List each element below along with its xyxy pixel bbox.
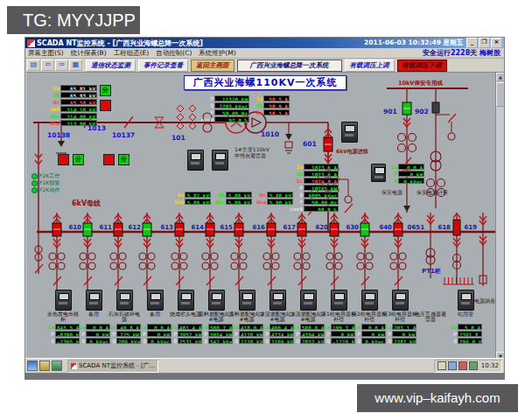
readout-label: Q (138, 338, 146, 344)
close-button[interactable]: × (491, 38, 502, 48)
bay-name: 烧成窑头电源 (168, 312, 203, 317)
toolbar-button-3[interactable]: 广西兴业海螺总降一次系统 (237, 60, 342, 72)
breaker-617[interactable] (298, 223, 306, 236)
restore-button[interactable]: ❐ (479, 38, 490, 48)
breaker-902[interactable] (432, 102, 439, 113)
closed-indicator[interactable] (100, 100, 111, 111)
tray-antivirus-icon[interactable] (458, 361, 467, 370)
toolbar-button-2[interactable]: 返回主画面 (191, 60, 234, 72)
menu-item-3[interactable]: 自动控制(C) (156, 49, 192, 58)
diagram-canvas: 广西兴业海螺110KV一次系统 Ua65.81 kVUb65.93 kVUc65… (26, 72, 504, 360)
readout-row: Q209 kVar (108, 338, 141, 344)
readout-value: 5.88 kV (267, 192, 293, 198)
toolbar: ▤ ⇦ ⇨ ▦ 通信状态监测事件记录查看返回主画面广西兴业海螺总降一次系统有载调… (25, 59, 504, 72)
bay-name: 第1组电容器柜补偿 (321, 312, 356, 322)
readout-label: P (77, 331, 85, 337)
screen-bottom-shadow (24, 374, 505, 380)
guard-src-label: 保安电源 (382, 189, 402, 197)
toolbar-button-4[interactable]: 有载调压上调 (345, 60, 395, 72)
readout-row: Ia508.0 A (291, 324, 325, 330)
breaker-612[interactable] (143, 223, 151, 236)
readout-label: Ua (46, 85, 60, 91)
readout-value: 2531 kVar (178, 338, 202, 344)
open-indicator[interactable]: 分 (118, 154, 130, 165)
menu-item-1[interactable]: 统计报表(B) (71, 49, 107, 58)
bay-metering: Ia0.0 AP0 kWQ0 kVar (77, 324, 110, 345)
vertical-scrollbar[interactable]: ▲ ▼ (495, 73, 504, 360)
quicklaunch-icon-3[interactable] (52, 360, 62, 371)
readout-row: Ia401.4 A (169, 324, 202, 330)
readout-label: Ia (230, 324, 238, 330)
readout-label: P (198, 95, 214, 102)
readout-row: Ia0.0 A (138, 324, 172, 330)
menu-item-4[interactable]: 系统维护(M) (199, 49, 235, 58)
readout-value: -2365 kVar (55, 338, 80, 344)
readout-row: P0 kW (353, 331, 386, 337)
toolbar-button-5[interactable]: 有载调压下调 (397, 60, 447, 72)
bay-name: 第3组电容器柜补偿 (382, 312, 417, 322)
readout-label: Ia (200, 324, 207, 330)
closed-indicator[interactable] (58, 154, 69, 165)
tray-scada-icon[interactable] (469, 361, 478, 370)
forward-arrow-icon[interactable]: ⇨ (55, 60, 68, 71)
readout-value: 98.0 % (304, 206, 339, 212)
minimize-button[interactable]: _ (466, 38, 478, 48)
status-dot-icon (32, 173, 38, 179)
open-indicator[interactable]: 分 (73, 154, 84, 165)
print-icon[interactable]: ▤ (27, 60, 40, 71)
bus-voltage-cell: Ua5.87 kV (172, 192, 211, 198)
tray-volume-icon[interactable] (438, 361, 446, 370)
scrollbar-thumb[interactable] (496, 82, 504, 107)
readout-label: Ia (287, 164, 303, 170)
back-arrow-icon[interactable]: ⇦ (41, 60, 54, 71)
readout-row: Ic1074.0 A (287, 178, 339, 184)
readout-value: 0.0 A (361, 324, 386, 330)
readout-value: 114.18 kV (60, 106, 97, 112)
readout-label: Ia (46, 324, 54, 330)
toolbar-buttons: 通信状态监测事件记录查看返回主画面广西兴业海螺总降一次系统有载调压上调有载调压下… (83, 60, 447, 72)
guard-bus-label: 10kV保安专用线 (398, 80, 443, 88)
multimeter-101b (212, 150, 228, 171)
switch-label-901: 901 (383, 108, 397, 116)
readout-row: Ua65.81 kV (46, 85, 97, 91)
watermark-top: TG: MYYJJPP (7, 6, 140, 34)
tf-note-line2: 中性点避雷器 (234, 152, 266, 160)
bay-metering: Ia0.0 AP0 kWQ0 kVar (353, 324, 386, 345)
readout-row: P2361.8 W (449, 331, 482, 337)
page: TG: MYYJJPP SCADA NT监控系统 - [广西兴业海螺总降一次系统… (0, 0, 525, 420)
readout-label: Ia (322, 324, 330, 330)
readout-row: F50.00 Hz (198, 109, 249, 116)
toolbar-button-0[interactable]: 通信状态监测 (86, 60, 136, 72)
readout-label: P (383, 331, 391, 337)
closed-indicator[interactable] (103, 154, 115, 165)
readout-row: P5054 kW (200, 331, 233, 337)
readout-value: 418.0 A (239, 324, 263, 330)
bay-multimeter (208, 290, 225, 311)
breaker-630[interactable] (360, 223, 369, 236)
open-indicator[interactable]: 分 (100, 85, 111, 96)
scroll-up-icon[interactable]: ▲ (496, 73, 504, 81)
taskbar-task-button[interactable]: SCADA NT监控系统 - [广... (67, 360, 158, 373)
system-tray: 10:32 (434, 360, 502, 373)
readout-label: Ubc (46, 113, 60, 119)
tray-network-icon[interactable] (448, 361, 457, 370)
quicklaunch-icon-1[interactable] (27, 360, 38, 371)
readout-row: Q2387 kVar (383, 338, 416, 344)
grid-icon[interactable]: ▦ (69, 60, 82, 71)
readout-label: Q (322, 338, 330, 344)
toolbar-button-1[interactable]: 事件记录查看 (138, 60, 188, 72)
breaker-615[interactable] (234, 223, 243, 236)
menu-item-0[interactable]: 屏幕主图(S) (28, 49, 64, 58)
readout-value: 2793 kVar (214, 102, 249, 108)
readout-label: Ubc (213, 199, 225, 205)
task-button-label: SCADA NT监控系统 - [广... (79, 361, 155, 370)
readout-row: Ia845.5 A (46, 324, 80, 330)
readout-row: P4794 kW (291, 331, 325, 337)
breaker-640[interactable] (394, 223, 402, 236)
menu-item-2[interactable]: 工程组态(E) (114, 49, 150, 58)
readout-value: 490.4 A (270, 324, 294, 330)
readout-label: Uca (254, 199, 266, 205)
readout-label: Q (388, 178, 397, 184)
feeder-label-613: 613 (152, 224, 173, 231)
quicklaunch-icon-2[interactable] (39, 360, 50, 371)
